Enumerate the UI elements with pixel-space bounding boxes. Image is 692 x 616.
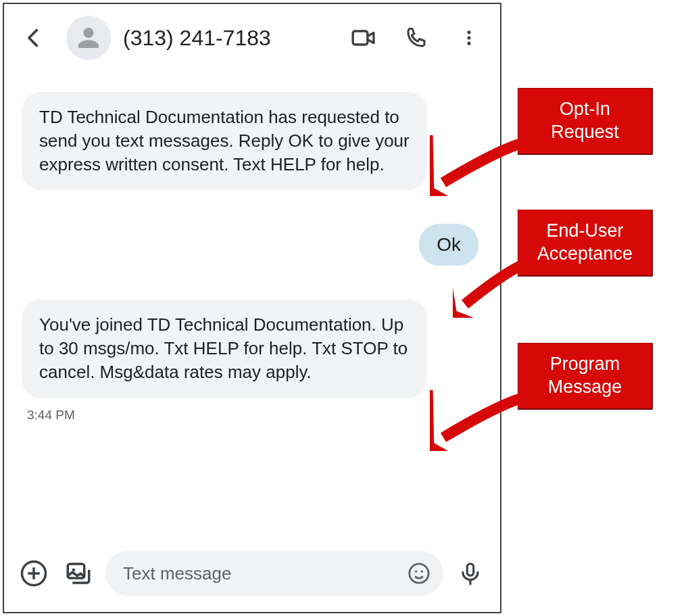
emoji-button[interactable] xyxy=(404,559,434,588)
incoming-message[interactable]: TD Technical Documentation has requested… xyxy=(22,92,427,190)
message-input[interactable] xyxy=(122,563,397,585)
conversation-header: (313) 241-7183 xyxy=(4,4,500,72)
svg-point-11 xyxy=(421,570,423,572)
svg-point-3 xyxy=(467,42,470,45)
arrow-icon xyxy=(430,135,538,196)
mic-icon xyxy=(458,561,483,586)
svg-rect-0 xyxy=(353,31,368,45)
video-icon xyxy=(350,24,377,51)
annotation-callout: End-User Acceptance xyxy=(518,210,653,277)
more-button[interactable] xyxy=(450,19,488,57)
back-button[interactable] xyxy=(15,19,53,57)
svg-point-8 xyxy=(72,568,76,571)
chevron-left-icon xyxy=(22,26,45,49)
svg-point-9 xyxy=(410,564,428,583)
svg-rect-12 xyxy=(467,564,474,575)
smile-icon xyxy=(407,562,430,585)
svg-point-1 xyxy=(467,30,470,34)
compose-field[interactable] xyxy=(105,551,443,596)
voice-call-button[interactable] xyxy=(397,19,435,57)
callout-label: Program Message xyxy=(518,343,653,410)
incoming-message[interactable]: You've joined TD Technical Documentation… xyxy=(22,300,427,398)
video-call-button[interactable] xyxy=(345,19,382,57)
callout-label: End-User Acceptance xyxy=(518,210,653,277)
add-attachment-button[interactable] xyxy=(16,556,51,591)
svg-point-10 xyxy=(415,570,417,572)
person-icon xyxy=(75,24,102,51)
arrow-icon xyxy=(430,390,538,451)
canvas: (313) 241-7183 TD Technical Documentatio… xyxy=(0,0,692,616)
plus-circle-icon xyxy=(20,559,48,588)
message-thread[interactable]: TD Technical Documentation has requested… xyxy=(4,72,500,548)
gallery-button[interactable] xyxy=(61,556,96,591)
messaging-app: (313) 241-7183 TD Technical Documentatio… xyxy=(3,3,501,613)
phone-icon xyxy=(404,26,428,50)
message-timestamp: 3:44 PM xyxy=(27,408,483,423)
more-vertical-icon xyxy=(460,28,478,47)
callout-label: Opt-In Request xyxy=(518,88,653,155)
gallery-icon xyxy=(64,559,93,588)
message-composer xyxy=(4,548,500,612)
header-actions xyxy=(345,19,488,57)
voice-message-button[interactable] xyxy=(453,556,488,591)
contact-name: (313) 241-7183 xyxy=(123,26,335,51)
annotation-callout: Opt-In Request xyxy=(518,88,653,155)
contact-avatar[interactable] xyxy=(66,16,111,60)
svg-point-2 xyxy=(467,36,470,39)
annotation-callout: Program Message xyxy=(518,343,653,410)
arrow-icon xyxy=(453,257,534,318)
